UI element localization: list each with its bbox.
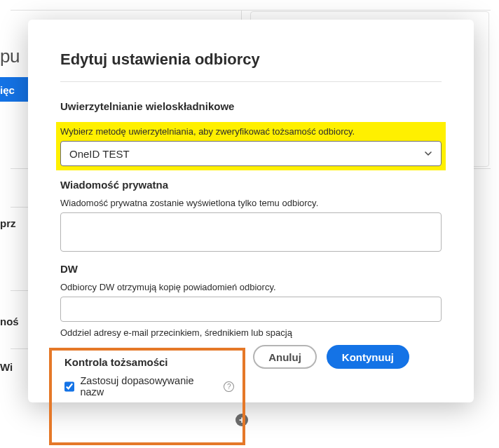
modal-title: Edytuj ustawienia odbiorcy <box>60 50 442 69</box>
name-matching-checkbox[interactable] <box>64 381 74 392</box>
mfa-heading: Uwierzytelnianie wieloskładnikowe <box>60 100 442 112</box>
auth-method-value: OneID TEST <box>69 148 130 160</box>
private-message-heading: Wiadomość prywatna <box>60 179 442 191</box>
dw-separator-help: Oddziel adresy e-mail przecinkiem, średn… <box>60 327 442 338</box>
modal-footer: Anuluj Kontynuuj <box>253 345 409 369</box>
dw-help: Odbiorcy DW otrzymują kopię powiadomień … <box>60 282 442 292</box>
edit-recipient-settings-modal: Edytuj ustawienia odbiorcy Uwierzytelnia… <box>28 20 474 402</box>
chevron-down-icon <box>424 149 432 158</box>
bg-blue-tab: ięc <box>0 77 28 102</box>
continue-button[interactable]: Kontynuuj <box>327 345 409 369</box>
bg-text-fragment: noś <box>0 315 19 327</box>
auth-method-select[interactable]: OneID TEST <box>60 141 442 166</box>
bg-text-fragment: prz <box>0 217 16 229</box>
divider <box>60 81 442 82</box>
bg-text-fragment: pu <box>0 46 20 67</box>
dw-heading: DW <box>60 263 442 275</box>
bg-divider <box>11 10 491 11</box>
help-icon[interactable]: ? <box>224 381 234 392</box>
mfa-help-text: Wybierz metodę uwierzytelniania, aby zwe… <box>60 126 442 137</box>
identity-control-highlight: Kontrola tożsamości Zastosuj dopasowywan… <box>49 348 245 445</box>
bg-text-fragment: Wi <box>0 361 13 373</box>
name-matching-label: Zastosuj dopasowywanie nazw <box>80 375 215 398</box>
dw-input[interactable] <box>60 297 442 322</box>
mfa-highlight: Wybierz metodę uwierzytelniania, aby zwe… <box>56 122 446 170</box>
private-message-input[interactable] <box>60 212 442 252</box>
cancel-button[interactable]: Anuluj <box>253 345 317 369</box>
name-matching-row: Zastosuj dopasowywanie nazw ? <box>60 375 234 398</box>
identity-heading: Kontrola tożsamości <box>60 356 234 368</box>
private-message-help: Wiadomość prywatna zostanie wyświetlona … <box>60 198 442 208</box>
